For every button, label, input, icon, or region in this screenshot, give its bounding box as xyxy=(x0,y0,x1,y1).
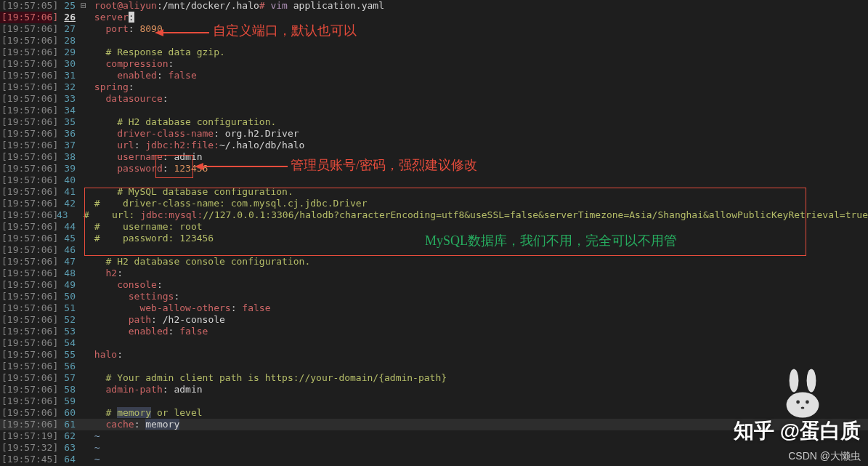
terminal-vim-editor[interactable]: [19:57:05]25⊟ root@aliyun:/mnt/docker/.h… xyxy=(0,0,868,466)
code-content[interactable]: port: 8090 xyxy=(89,23,868,35)
code-content[interactable]: # H2 database configuration. xyxy=(89,116,868,128)
code-line: [19:57:06]53 enabled: false xyxy=(0,326,868,337)
code-line: [19:57:06]33 datasource: xyxy=(0,93,868,105)
code-content[interactable]: h2: xyxy=(89,268,868,279)
code-content[interactable]: url: jdbc:h2:file:~/.halo/db/halo xyxy=(89,140,868,151)
fold-marker xyxy=(78,302,89,314)
timestamp: [19:57:06] xyxy=(0,151,52,163)
code-content[interactable]: # Your admin client path is https://your… xyxy=(89,372,868,384)
code-line: [19:57:06]32 spring: xyxy=(0,81,868,93)
fold-marker xyxy=(71,209,78,221)
timestamp: [19:57:06] xyxy=(0,209,52,221)
code-content[interactable]: driver-class-name: org.h2.Driver xyxy=(89,128,868,140)
line-number: 30 xyxy=(52,58,76,70)
line-number: 32 xyxy=(52,81,76,93)
timestamp: [19:57:06] xyxy=(0,174,52,186)
line-number: 60 xyxy=(52,407,76,419)
line-number: 57 xyxy=(52,372,76,384)
code-content[interactable]: # Response data gzip. xyxy=(89,47,868,58)
code-line: [19:57:06]40 xyxy=(0,174,868,186)
code-content[interactable]: # url: jdbc:mysql://127.0.0.1:3306/halod… xyxy=(78,209,868,221)
code-content[interactable]: # H2 database console configuration. xyxy=(89,256,868,268)
line-number: 31 xyxy=(52,70,76,81)
code-content[interactable]: enabled: false xyxy=(89,70,868,81)
timestamp: [19:57:06] xyxy=(0,35,52,47)
code-content[interactable]: server: xyxy=(89,12,868,23)
csdn-watermark: CSDN @大懒虫 xyxy=(788,450,861,462)
code-line: [19:57:06]56 xyxy=(0,361,868,372)
line-number: 46 xyxy=(52,244,76,256)
code-content[interactable]: ~ xyxy=(89,454,868,465)
code-content[interactable]: console: xyxy=(89,279,868,291)
svg-point-8 xyxy=(806,401,809,404)
line-number: 53 xyxy=(52,326,76,337)
code-content[interactable]: enabled: false xyxy=(89,326,868,337)
fold-marker xyxy=(78,186,89,198)
line-number: 63 xyxy=(52,442,76,454)
code-content[interactable]: settings: xyxy=(89,291,868,302)
line-number: 47 xyxy=(52,256,76,268)
timestamp: [19:57:06] xyxy=(0,128,52,140)
fold-marker xyxy=(78,407,89,419)
fold-marker xyxy=(78,314,89,326)
code-content[interactable]: password: 123456 xyxy=(89,163,868,174)
code-content[interactable]: username: admin xyxy=(89,151,868,163)
line-number: 44 xyxy=(52,221,76,233)
code-content[interactable]: web-allow-others: false xyxy=(89,302,868,314)
timestamp: [19:57:06] xyxy=(0,186,52,198)
svg-point-9 xyxy=(801,406,805,409)
fold-marker xyxy=(78,372,89,384)
code-line: [19:57:06]54 xyxy=(0,337,868,349)
fold-marker xyxy=(78,35,89,47)
line-number: 35 xyxy=(52,116,76,128)
code-content[interactable]: root@aliyun:/mnt/docker/.halo# vim appli… xyxy=(89,0,868,12)
code-content[interactable]: # memory or level xyxy=(89,407,868,419)
code-line: [19:57:06]34 xyxy=(0,105,868,116)
code-line: [19:57:06]45 # password: 123456 xyxy=(0,233,868,244)
code-content[interactable]: # username: root xyxy=(89,221,868,233)
code-line: [19:57:06]39 password: 123456 xyxy=(0,163,868,174)
code-content[interactable]: compression: xyxy=(89,58,868,70)
code-content[interactable]: halo: xyxy=(89,349,868,361)
timestamp: [19:57:06] xyxy=(0,244,52,256)
code-line: [19:57:45]64 ~ xyxy=(0,454,868,465)
line-number: 40 xyxy=(52,174,76,186)
fold-marker xyxy=(78,140,89,151)
timestamp: [19:57:06] xyxy=(0,419,52,430)
code-content[interactable]: path: /h2-console xyxy=(89,314,868,326)
code-content[interactable]: admin-path: admin xyxy=(89,384,868,395)
line-number: 52 xyxy=(52,314,76,326)
code-content[interactable]: spring: xyxy=(89,81,868,93)
fold-marker xyxy=(78,268,89,279)
line-number: 56 xyxy=(52,361,76,372)
code-content[interactable]: # MySQL database configuration. xyxy=(89,186,868,198)
timestamp: [19:57:06] xyxy=(0,58,52,70)
timestamp: [19:57:06] xyxy=(0,70,52,81)
code-content[interactable]: # password: 123456 xyxy=(89,233,868,244)
fold-marker xyxy=(78,163,89,174)
fold-marker xyxy=(78,47,89,58)
timestamp: [19:57:06] xyxy=(0,140,52,151)
fold-marker xyxy=(78,430,89,442)
timestamp: [19:57:06] xyxy=(0,349,52,361)
line-number: 37 xyxy=(52,140,76,151)
fold-marker xyxy=(78,291,89,302)
code-line: [19:57:06]27 port: 8090 xyxy=(0,23,868,35)
timestamp: [19:57:06] xyxy=(0,23,52,35)
code-content[interactable]: ~ xyxy=(89,442,868,454)
fold-marker[interactable]: ⊟ xyxy=(78,0,89,12)
code-line: [19:57:06]51 web-allow-others: false xyxy=(0,302,868,314)
fold-marker xyxy=(78,174,89,186)
code-line: [19:57:06]47 # H2 database console confi… xyxy=(0,256,868,268)
code-content[interactable]: # driver-class-name: com.mysql.cj.jdbc.D… xyxy=(89,198,868,209)
timestamp: [19:57:06] xyxy=(0,198,52,209)
fold-marker xyxy=(78,384,89,395)
code-content[interactable]: datasource: xyxy=(89,93,868,105)
line-number: 55 xyxy=(52,349,76,361)
line-number: 43 xyxy=(52,209,68,221)
line-number: 33 xyxy=(52,93,76,105)
line-number: 28 xyxy=(52,35,76,47)
line-number: 59 xyxy=(52,395,76,407)
fold-marker xyxy=(78,349,89,361)
svg-point-5 xyxy=(790,369,799,392)
